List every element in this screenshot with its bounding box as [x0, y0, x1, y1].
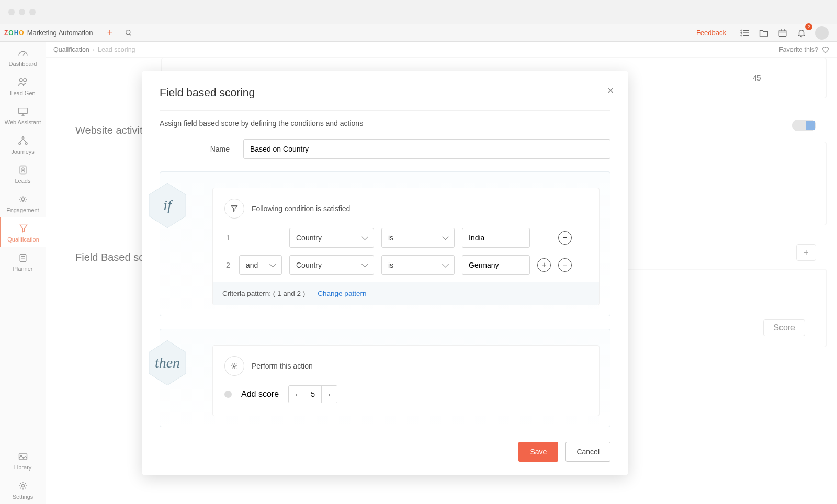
search-icon — [125, 29, 132, 37]
logic-select[interactable]: and — [239, 255, 282, 275]
zoho-logo: ZOHO — [4, 29, 24, 37]
field-scoring-modal: Field based scoring × Assign field based… — [142, 71, 628, 475]
then-block: then Perform this action Add score ‹ 5 › — [160, 329, 610, 427]
svg-point-6 — [741, 35, 742, 36]
score-stepper: ‹ 5 › — [288, 385, 337, 403]
action-header: Perform this action — [252, 362, 313, 370]
list-icon — [740, 29, 750, 37]
list-icon-button[interactable] — [736, 25, 754, 41]
app-name: Marketing Automation — [27, 29, 93, 37]
name-input[interactable] — [243, 139, 610, 159]
calendar-button[interactable] — [773, 25, 792, 41]
field-select[interactable]: Country — [289, 228, 374, 248]
folder-button[interactable] — [754, 25, 773, 41]
bell-icon — [797, 28, 806, 38]
field-select[interactable]: Country — [289, 255, 374, 275]
score-value: 5 — [304, 386, 321, 403]
filter-icon — [224, 199, 244, 219]
modal-title: Field based scoring — [160, 86, 610, 99]
browser-chrome — [0, 0, 837, 24]
calendar-icon — [778, 28, 787, 38]
increment-button[interactable]: › — [321, 386, 337, 403]
if-block: if Following condition is satisfied 1 Co… — [160, 171, 610, 316]
avatar[interactable] — [815, 26, 829, 40]
operator-select[interactable]: is — [381, 228, 455, 248]
svg-rect-8 — [779, 30, 786, 36]
change-pattern-link[interactable]: Change pattern — [318, 290, 366, 297]
radio-dot[interactable] — [224, 391, 232, 398]
criteria-pattern: Criteria pattern: ( 1 and 2 ) — [222, 290, 305, 297]
modal-description: Assign field based score by defining the… — [160, 110, 610, 128]
criteria-pattern-bar: Criteria pattern: ( 1 and 2 ) Change pat… — [213, 282, 599, 305]
condition-header: Following condition is satisfied — [252, 204, 350, 213]
svg-point-2 — [741, 30, 742, 31]
notifications-button[interactable]: 2 — [792, 25, 811, 41]
if-hex: if — [146, 181, 188, 230]
cancel-button[interactable]: Cancel — [565, 442, 610, 462]
svg-point-4 — [741, 32, 742, 33]
then-hex: then — [146, 339, 188, 387]
operator-select[interactable]: is — [381, 255, 455, 275]
remove-condition-button[interactable]: − — [558, 258, 572, 272]
condition-row: 1 Country is − — [224, 228, 587, 248]
remove-condition-button[interactable]: − — [558, 231, 572, 245]
app-topbar: ZOHO Marketing Automation + Feedback 2 — [0, 24, 837, 42]
close-icon[interactable]: × — [607, 85, 614, 96]
add-button[interactable]: + — [100, 25, 119, 41]
plus-icon: + — [107, 27, 113, 38]
svg-line-1 — [130, 33, 131, 35]
minimize-light[interactable] — [19, 9, 25, 15]
value-input[interactable] — [462, 255, 530, 275]
add-score-label: Add score — [241, 390, 279, 399]
feedback-link[interactable]: Feedback — [691, 29, 731, 37]
value-input[interactable] — [462, 228, 530, 248]
search-button[interactable] — [119, 25, 138, 41]
close-light[interactable] — [8, 9, 15, 15]
save-button[interactable]: Save — [518, 442, 558, 462]
folder-icon — [759, 29, 768, 37]
add-condition-button[interactable]: + — [537, 258, 551, 272]
svg-point-34 — [233, 365, 235, 367]
notification-badge: 2 — [805, 23, 812, 30]
name-label: Name — [160, 145, 243, 153]
zoom-light[interactable] — [29, 9, 36, 15]
decrement-button[interactable]: ‹ — [289, 386, 304, 403]
svg-point-0 — [126, 30, 130, 34]
gear-icon — [224, 356, 244, 376]
traffic-lights — [8, 9, 36, 15]
condition-row: 2 and Country is + − — [224, 255, 587, 275]
